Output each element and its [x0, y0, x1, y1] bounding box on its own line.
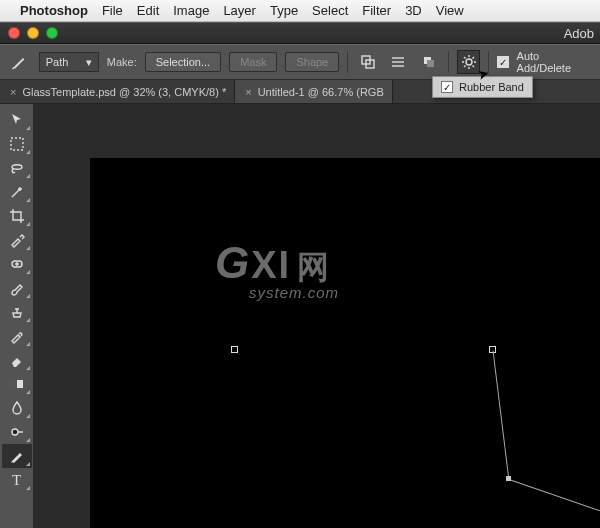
clone-stamp-tool[interactable]: [2, 300, 32, 324]
blur-tool[interactable]: [2, 396, 32, 420]
make-selection-button[interactable]: Selection...: [145, 52, 221, 72]
chevron-down-icon: ▾: [86, 56, 92, 69]
watermark-cn: 网: [297, 249, 329, 285]
path-anchor-point[interactable]: [506, 476, 511, 481]
lasso-tool[interactable]: [2, 156, 32, 180]
zoom-window-button[interactable]: [46, 27, 58, 39]
window-title: Adob: [564, 26, 594, 41]
path-operations-button[interactable]: [356, 50, 379, 74]
move-tool[interactable]: [2, 108, 32, 132]
window-titlebar: Adob: [0, 22, 600, 44]
menu-image[interactable]: Image: [173, 3, 209, 18]
healing-brush-tool[interactable]: [2, 252, 32, 276]
tab-label: GlassTemplate.psd @ 32% (3, CMYK/8) *: [22, 86, 226, 98]
menu-file[interactable]: File: [102, 3, 123, 18]
magic-wand-tool[interactable]: [2, 180, 32, 204]
rubber-band-label: Rubber Band: [459, 81, 524, 93]
mac-menubar: Photoshop File Edit Image Layer Type Sel…: [0, 0, 600, 22]
close-tab-icon[interactable]: ×: [245, 86, 251, 98]
path-anchor-point[interactable]: [231, 346, 238, 353]
history-brush-tool[interactable]: [2, 324, 32, 348]
dodge-tool[interactable]: [2, 420, 32, 444]
svg-rect-8: [11, 138, 23, 150]
close-window-button[interactable]: [8, 27, 20, 39]
path-arrangement-button[interactable]: [418, 50, 441, 74]
svg-point-7: [466, 59, 472, 65]
document-canvas[interactable]: GXI网 system.com: [90, 158, 600, 528]
path-segment: [493, 350, 510, 479]
menu-type[interactable]: Type: [270, 3, 298, 18]
make-shape-button[interactable]: Shape: [285, 52, 339, 72]
pen-mode-dropdown[interactable]: Path ▾: [39, 52, 99, 72]
separator: [347, 51, 348, 73]
watermark-xi: XI: [251, 244, 291, 287]
menu-photoshop[interactable]: Photoshop: [20, 3, 88, 18]
path-segment: [509, 479, 600, 526]
eyedropper-tool[interactable]: [2, 228, 32, 252]
type-tool[interactable]: T: [2, 468, 32, 492]
watermark-g: G: [215, 238, 249, 288]
rubber-band-checkbox[interactable]: ✓: [441, 81, 453, 93]
auto-add-delete-label: Auto Add/Delete: [517, 50, 592, 74]
path-alignment-button[interactable]: [387, 50, 410, 74]
menu-edit[interactable]: Edit: [137, 3, 159, 18]
menu-view[interactable]: View: [436, 3, 464, 18]
svg-rect-6: [427, 60, 434, 67]
watermark-sub: system.com: [249, 284, 339, 301]
crop-tool[interactable]: [2, 204, 32, 228]
svg-point-12: [12, 429, 18, 435]
gradient-tool[interactable]: [2, 372, 32, 396]
watermark: GXI网 system.com: [215, 238, 339, 301]
menu-3d[interactable]: 3D: [405, 3, 422, 18]
pen-mode-value: Path: [46, 56, 69, 68]
minimize-window-button[interactable]: [27, 27, 39, 39]
menu-select[interactable]: Select: [312, 3, 348, 18]
make-mask-button[interactable]: Mask: [229, 52, 277, 72]
pen-tool[interactable]: [2, 444, 32, 468]
separator: [448, 51, 449, 73]
eraser-tool[interactable]: [2, 348, 32, 372]
auto-add-delete-checkbox[interactable]: ✓: [497, 56, 508, 68]
make-label: Make:: [107, 56, 137, 68]
document-tab[interactable]: × Untitled-1 @ 66.7% (RGB: [235, 80, 393, 103]
brush-tool[interactable]: [2, 276, 32, 300]
window-controls: [8, 27, 58, 39]
close-tab-icon[interactable]: ×: [10, 86, 16, 98]
canvas-area[interactable]: GXI网 system.com: [34, 104, 600, 528]
document-tab[interactable]: × GlassTemplate.psd @ 32% (3, CMYK/8) *: [0, 80, 235, 103]
options-bar: Path ▾ Make: Selection... Mask Shape ✓ A…: [0, 44, 600, 80]
menu-layer[interactable]: Layer: [223, 3, 256, 18]
toolbox: T: [0, 104, 34, 528]
svg-rect-11: [11, 380, 17, 388]
tab-label: Untitled-1 @ 66.7% (RGB: [258, 86, 384, 98]
menu-filter[interactable]: Filter: [362, 3, 391, 18]
current-tool-icon: [8, 50, 31, 74]
workspace: T GXI网 system.com: [0, 104, 600, 528]
marquee-tool[interactable]: [2, 132, 32, 156]
